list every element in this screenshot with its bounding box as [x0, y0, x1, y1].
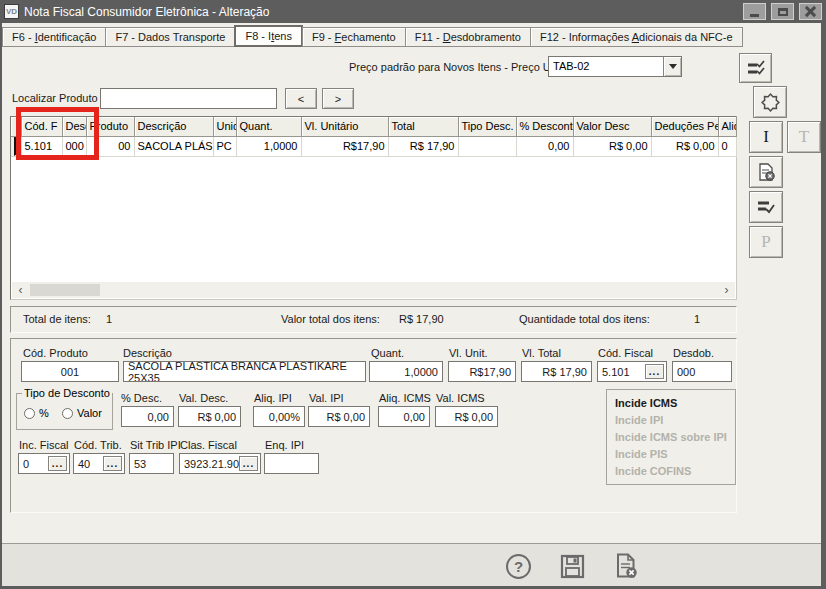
app-window: VD Nota Fiscal Consumidor Eletrônica - A…	[0, 0, 826, 589]
pct-desc-field[interactable]: 0,00	[121, 406, 174, 427]
tab-f6-identificacao[interactable]: F6 - Identificação	[2, 27, 106, 47]
clas-fiscal-field[interactable]: 3923.21.90 ...	[179, 453, 261, 474]
tab-f7-dados-transporte[interactable]: F7 - Dados Transporte	[105, 27, 235, 47]
cell-deducoes: R$ 0,00	[651, 136, 718, 156]
desdob-field[interactable]: 000	[672, 361, 732, 382]
column-header-quant[interactable]: Quant.	[236, 117, 301, 136]
document-x-icon	[756, 162, 777, 183]
incide-icms-sobre-ipi: Incide ICMS sobre IPI	[615, 429, 735, 446]
tax-incidence-box: Incide ICMS Incide IPI Incide ICMS sobre…	[606, 389, 736, 485]
column-header-desd[interactable]: Desd	[62, 117, 86, 136]
column-header-valor-desc[interactable]: Valor Desc	[573, 117, 651, 136]
maximize-icon	[778, 8, 788, 16]
total-items-label: Total de itens:	[23, 313, 91, 325]
vl-total-label: Vl. Total	[522, 347, 561, 359]
cod-fiscal-field[interactable]: 5.101 ...	[597, 361, 667, 382]
save-button[interactable]	[557, 551, 587, 581]
column-header-descricao[interactable]: Descrição	[134, 117, 213, 136]
tipo-desconto-group: Tipo de Desconto % Valor	[16, 393, 113, 430]
p-button: P	[749, 226, 783, 258]
radio-icon	[62, 408, 73, 419]
scroll-right-icon[interactable]: ›	[718, 283, 735, 297]
tab-bar: F6 - Identificação F7 - Dados Transporte…	[2, 25, 742, 47]
minimize-icon	[750, 14, 759, 17]
price-table-combobox[interactable]: TAB-02	[548, 56, 682, 77]
cell-pct-desconto: 0,00	[516, 136, 573, 156]
column-header-pct-desconto[interactable]: % Desconto	[516, 117, 573, 136]
discard-button[interactable]	[611, 551, 641, 581]
column-header-produto[interactable]: Produto	[86, 117, 134, 136]
descricao-field[interactable]: SACOLA PLÁSTICA BRANCA PLASTIKARE 25X35	[123, 361, 366, 382]
confirm-lines-button[interactable]	[749, 191, 783, 223]
previous-item-button[interactable]: <	[285, 88, 317, 109]
inc-fiscal-ellipsis-button[interactable]: ...	[48, 456, 67, 471]
total-items-value: 1	[106, 313, 112, 325]
vl-total-field[interactable]: R$ 17,90	[521, 361, 592, 382]
cell-aliq: 0	[718, 136, 736, 156]
star-button[interactable]	[753, 86, 787, 118]
discard-item-button[interactable]	[749, 156, 783, 188]
pct-desc-label: % Desc.	[121, 392, 162, 404]
cod-produto-field[interactable]: 001	[21, 361, 119, 382]
val-icms-field[interactable]: R$ 0,00	[435, 406, 498, 427]
cod-trib-field[interactable]: 40 ...	[73, 453, 125, 474]
next-item-button[interactable]: >	[322, 88, 354, 109]
price-table-value: TAB-02	[549, 57, 663, 76]
val-desc-field[interactable]: R$ 0,00	[178, 406, 241, 427]
column-header-tipo-desc[interactable]: Tipo Desc.	[458, 117, 516, 136]
list-check-button[interactable]	[739, 53, 772, 83]
minimize-button[interactable]	[743, 3, 766, 20]
scrollbar-thumb[interactable]	[30, 284, 100, 296]
tab-f9-fechamento[interactable]: F9 - Fechamento	[302, 27, 406, 47]
i-button[interactable]: I	[749, 121, 783, 153]
inc-fiscal-field[interactable]: 0 ...	[18, 453, 70, 474]
cell-cod-f: 5.101	[21, 136, 62, 156]
aliq-ipi-field[interactable]: 0,00%	[253, 406, 305, 427]
current-row-selector	[11, 136, 21, 156]
radio-percent[interactable]: %	[24, 407, 49, 419]
window-border-left	[0, 23, 2, 589]
val-ipi-field[interactable]: R$ 0,00	[308, 406, 370, 427]
cod-fiscal-ellipsis-button[interactable]: ...	[645, 364, 664, 379]
total-value-value: R$ 17,90	[399, 313, 444, 325]
total-qty-value: 1	[694, 313, 700, 325]
radio-valor[interactable]: Valor	[62, 407, 102, 419]
column-header-deducoes[interactable]: Deduções Pe	[651, 117, 718, 136]
totals-bar: Total de itens: 1 Valor total dos itens:…	[10, 306, 737, 333]
cod-trib-ellipsis-button[interactable]: ...	[103, 456, 122, 471]
seal-star-icon	[760, 92, 781, 113]
tab-f8-itens[interactable]: F8 - Itens	[234, 25, 302, 47]
aliq-icms-field[interactable]: 0,00	[378, 406, 430, 427]
scroll-left-icon[interactable]: ‹	[12, 283, 29, 297]
enq-ipi-field[interactable]	[264, 453, 319, 474]
combobox-dropdown-button[interactable]	[663, 57, 681, 76]
quant-label: Quant.	[371, 347, 404, 359]
vl-unit-field[interactable]: R$17,90	[448, 361, 516, 382]
column-header-total[interactable]: Total	[388, 117, 458, 136]
quant-field[interactable]: 1,0000	[369, 361, 443, 382]
tab-f12-informacoes-adicionais[interactable]: F12 - Informações Adicionais da NFC-e	[530, 27, 743, 47]
bottom-action-bar	[0, 543, 826, 586]
close-button[interactable]	[799, 3, 822, 20]
column-header-aliq[interactable]: Aliq	[718, 117, 736, 136]
column-header-cod-f[interactable]: Cód. F	[21, 117, 62, 136]
help-button[interactable]: ?	[503, 551, 533, 581]
total-value-label: Valor total dos itens:	[281, 313, 380, 325]
table-row[interactable]: 5.101 000 00 SACOLA PLÁST. PC 1,0000 R$1…	[11, 136, 736, 156]
column-header-unid[interactable]: Unid	[213, 117, 236, 136]
locate-product-input[interactable]	[100, 88, 277, 109]
sit-trib-ipi-label: Sit Trib IPI	[130, 439, 181, 451]
close-icon	[805, 6, 816, 17]
maximize-button[interactable]	[771, 3, 794, 20]
column-header-vl-unitario[interactable]: Vl. Unitário	[301, 117, 388, 136]
tipo-desconto-legend: Tipo de Desconto	[22, 387, 112, 399]
desdob-label: Desdob.	[673, 347, 714, 359]
cell-quant: 1,0000	[236, 136, 301, 156]
tab-f11-desdobramento[interactable]: F11 - Desdobramento	[405, 27, 531, 47]
svg-text:?: ?	[513, 558, 522, 575]
clas-fiscal-ellipsis-button[interactable]: ...	[239, 456, 258, 471]
grid-horizontal-scrollbar[interactable]: ‹ ›	[12, 282, 735, 298]
cell-desd: 000	[62, 136, 86, 156]
sit-trib-ipi-field[interactable]: 53	[129, 453, 174, 474]
cell-total: R$ 17,90	[388, 136, 458, 156]
